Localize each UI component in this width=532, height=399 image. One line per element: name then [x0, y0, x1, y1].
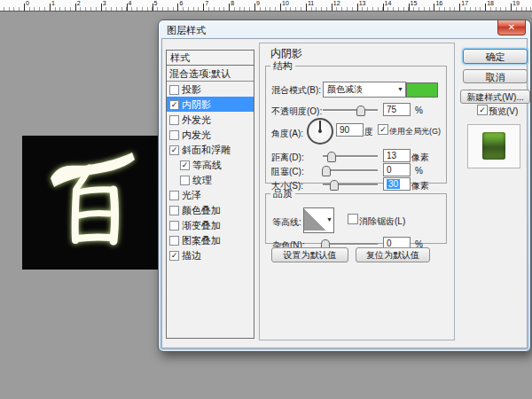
style-list-item[interactable]: ✓ 描边 — [167, 247, 254, 262]
style-list-item[interactable]: ✓ 内阴影 — [167, 97, 254, 112]
ruler-number: 0 — [26, 0, 29, 6]
style-preview-thumbnail — [482, 132, 505, 160]
horizontal-ruler: 012345678910111213141516171819 — [0, 0, 532, 12]
style-list-item[interactable]: 投影 — [167, 82, 254, 97]
layer-style-dialog: 图层样式 ✕ 样式 混合选项:默认 投影 — [158, 20, 531, 352]
set-default-button[interactable]: 设置为默认值 — [271, 247, 348, 262]
style-checkbox-icon[interactable] — [169, 130, 179, 140]
style-preview-panel — [467, 124, 520, 168]
distance-label: 距离(D): — [271, 152, 304, 164]
style-checkbox-icon[interactable] — [169, 206, 179, 215]
anti-alias-label: 消除锯齿(L) — [359, 215, 405, 228]
style-item-label: 颜色叠加 — [182, 204, 221, 217]
style-list-item[interactable]: 光泽 — [167, 187, 254, 202]
structure-legend: 结构 — [270, 59, 295, 73]
opacity-input[interactable]: 75 — [383, 103, 411, 116]
global-light-checkbox[interactable]: ✓ — [378, 124, 388, 135]
ruler-tick — [75, 4, 76, 11]
style-item-label: 图案叠加 — [182, 234, 221, 247]
angle-dial[interactable] — [307, 118, 333, 145]
ruler-tick — [177, 4, 178, 11]
ruler-tick — [24, 4, 25, 11]
ruler-number: 4 — [129, 0, 132, 6]
shadow-color-swatch[interactable] — [406, 82, 438, 98]
choke-input[interactable]: 0 — [383, 163, 411, 176]
style-checkbox-icon[interactable]: ✓ — [169, 145, 179, 155]
style-list-item[interactable]: ✓ 等高线 — [167, 157, 254, 172]
global-light-label: 使用全局光(G) — [389, 126, 441, 137]
ruler-tick — [485, 4, 486, 11]
close-button[interactable]: ✕ — [497, 20, 526, 35]
choke-unit: % — [415, 166, 423, 176]
style-list-item[interactable]: 图案叠加 — [167, 232, 254, 247]
style-list-item[interactable]: 外发光 — [167, 112, 254, 127]
ruler-number: 19 — [512, 0, 520, 6]
ruler-number: 5 — [154, 0, 158, 6]
new-style-button[interactable]: 新建样式(W)... — [460, 90, 530, 104]
reset-default-button[interactable]: 复位为默认值 — [356, 247, 430, 262]
ruler-number: 9 — [256, 0, 260, 6]
ruler-tick — [203, 4, 204, 11]
style-checkbox-icon[interactable] — [180, 176, 190, 185]
opacity-unit: % — [415, 106, 423, 115]
contour-thumbnail — [304, 208, 325, 231]
dialog-titlebar[interactable]: 图层样式 ✕ — [159, 20, 530, 38]
distance-input[interactable]: 13 — [383, 149, 411, 162]
style-list-item[interactable]: ✓ 斜面和浮雕 — [167, 142, 254, 157]
ruler-number: 6 — [179, 0, 183, 6]
style-checkbox-icon[interactable] — [169, 221, 179, 231]
ruler-tick — [383, 4, 384, 11]
ruler-number: 15 — [411, 0, 418, 6]
dialog-client-area: 样式 混合选项:默认 投影 ✓ 内阴影 — [161, 38, 528, 348]
close-icon: ✕ — [508, 22, 515, 32]
structure-group: 结构 混合模式(B): 颜色减淡 ▼ 不透明度(O): 75 % 角度(A): — [265, 59, 447, 184]
style-checkbox-icon[interactable]: ✓ — [169, 251, 179, 261]
style-checkbox-icon[interactable]: ✓ — [180, 160, 190, 170]
blend-mode-select[interactable]: 颜色减淡 ▼ — [323, 82, 406, 98]
opacity-slider-thumb[interactable] — [356, 106, 365, 116]
ruler-number: 8 — [231, 0, 234, 6]
preview-label: 预览(V) — [489, 106, 518, 118]
style-item-label: 斜面和浮雕 — [182, 144, 231, 157]
ruler-number: 7 — [205, 0, 208, 6]
contour-label: 等高线: — [272, 216, 301, 229]
distance-slider[interactable] — [323, 151, 378, 161]
chevron-down-icon: ▼ — [397, 82, 403, 97]
desktop: 012345678910111213141516171819 图层样式 ✕ — [0, 0, 532, 399]
blend-mode-label: 混合模式(B): — [271, 84, 321, 97]
anti-alias-checkbox[interactable] — [348, 214, 358, 224]
style-checkbox-icon[interactable] — [169, 85, 179, 95]
ruler-tick — [280, 4, 281, 11]
style-checkbox-icon[interactable] — [169, 191, 179, 200]
ruler-number: 14 — [385, 0, 392, 6]
ruler-tick — [459, 4, 460, 11]
style-checkbox-icon[interactable] — [169, 236, 179, 246]
style-checkbox-icon[interactable] — [169, 115, 179, 125]
choke-slider[interactable] — [323, 165, 378, 176]
distance-slider-thumb[interactable] — [327, 152, 336, 162]
quality-group: 品质 等高线: ▼ 消除锯齿(L) 杂色(N): 0 % — [265, 187, 447, 244]
style-item-label: 光泽 — [182, 189, 201, 202]
opacity-slider[interactable] — [323, 105, 378, 115]
choke-slider-thumb[interactable] — [322, 166, 331, 176]
ok-button[interactable]: 确定 — [463, 49, 528, 64]
style-item-label: 内阴影 — [182, 98, 211, 112]
style-checkbox-icon[interactable]: ✓ — [169, 100, 179, 110]
contour-picker[interactable]: ▼ — [303, 207, 334, 233]
preview-checkbox[interactable]: ✓ — [477, 105, 488, 115]
cancel-button[interactable]: 取消 — [463, 69, 528, 83]
style-list-item[interactable]: 纹理 — [167, 172, 254, 187]
style-list-item[interactable]: 混合选项:默认 — [167, 66, 254, 82]
ruler-tick — [511, 4, 512, 11]
style-list-item[interactable]: 颜色叠加 — [167, 202, 254, 217]
style-list-item[interactable]: 内发光 — [167, 127, 254, 142]
style-item-label: 渐变叠加 — [182, 219, 221, 232]
style-list-item[interactable]: 渐变叠加 — [167, 217, 254, 232]
ruler-tick — [229, 4, 230, 11]
angle-unit: 度 — [364, 126, 373, 138]
style-item-label: 等高线 — [192, 159, 222, 172]
angle-input[interactable]: 90 — [336, 123, 364, 137]
ruler-number: 13 — [359, 0, 366, 6]
document-canvas[interactable] — [22, 136, 159, 270]
ruler-tick — [332, 4, 332, 11]
